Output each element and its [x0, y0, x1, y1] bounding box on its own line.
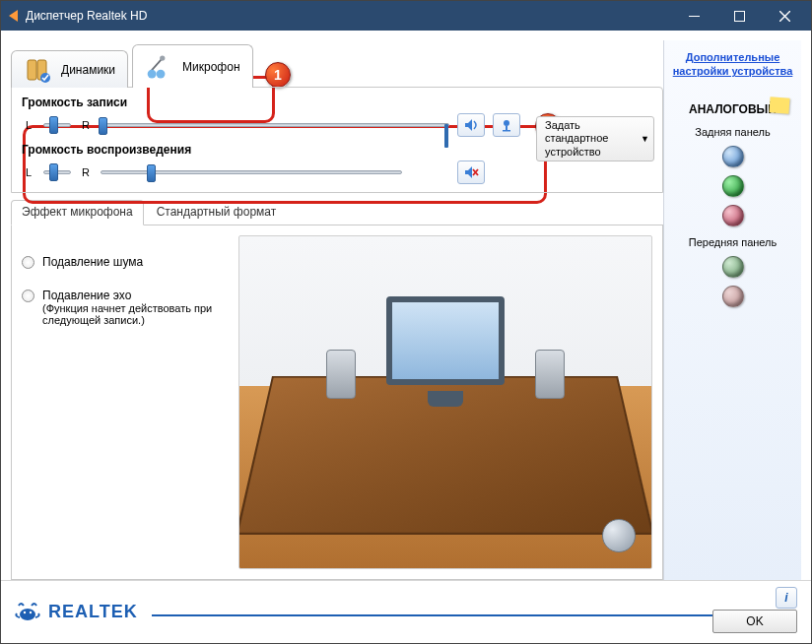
- svg-point-14: [30, 611, 32, 612]
- svg-point-9: [504, 120, 509, 126]
- tab-speakers[interactable]: Динамики: [11, 50, 128, 88]
- radio-icon: [22, 290, 34, 302]
- content-area: Динамики Микрофон: [1, 31, 811, 580]
- info-button[interactable]: i: [776, 587, 797, 609]
- record-volume-label: Громкость записи: [22, 96, 526, 109]
- subtab-default-format[interactable]: Стандартный формат: [146, 200, 288, 225]
- echo-cancellation-label: Подавление эхо (Функция начнет действова…: [42, 289, 229, 326]
- realtek-crab-icon: [15, 600, 40, 625]
- playback-mute-button[interactable]: [457, 161, 485, 184]
- device-illustration: [238, 235, 652, 569]
- right-channel-label: R: [79, 119, 93, 131]
- record-slider-track[interactable]: [101, 123, 449, 127]
- radio-noise-suppression[interactable]: Подавление шума: [22, 255, 229, 269]
- port-back-blue[interactable]: [722, 146, 744, 167]
- footer: REALTEK i OK: [1, 580, 811, 643]
- extra-settings-link[interactable]: Дополнительные настройки устройства: [672, 50, 793, 79]
- brand-logo: REALTEK: [15, 600, 138, 625]
- close-button[interactable]: [762, 1, 807, 31]
- playback-volume-slider[interactable]: L R: [20, 159, 526, 186]
- microphone-icon: [145, 53, 176, 81]
- brand-divider: [152, 614, 797, 616]
- record-boost-button[interactable]: [493, 113, 520, 137]
- svg-point-6: [160, 55, 165, 60]
- main-panel: Динамики Микрофон: [11, 40, 663, 580]
- default-device-dropdown[interactable]: Задать стандартное устройство ▼: [536, 116, 654, 161]
- echo-label-note: (Функция начнет действовать при следующе…: [42, 302, 229, 326]
- effects-panel: Подавление шума Подавление эхо (Функция …: [11, 225, 663, 580]
- front-panel-label: Передняя панель: [672, 236, 793, 248]
- subtab-mic-effect[interactable]: Эффект микрофона: [11, 200, 144, 225]
- left-channel-label: L: [22, 119, 35, 131]
- radio-icon: [22, 256, 34, 269]
- playback-volume-label: Громкость воспроизведения: [22, 143, 526, 157]
- default-device-label: Задать стандартное устройство: [545, 119, 637, 159]
- sticky-note-icon: [769, 97, 789, 113]
- effect-options: Подавление шума Подавление эхо (Функция …: [22, 235, 229, 569]
- app-window: Диспетчер Realtek HD: [0, 0, 812, 644]
- svg-rect-2: [28, 60, 36, 80]
- mic-ball-icon: [602, 519, 636, 552]
- titlebar: Диспетчер Realtek HD: [1, 1, 811, 31]
- right-channel-label-2: R: [79, 166, 93, 178]
- record-slider-thumb[interactable]: [99, 117, 107, 135]
- echo-label-text: Подавление эхо: [42, 289, 229, 302]
- radio-echo-cancellation[interactable]: Подавление эхо (Функция начнет действова…: [22, 289, 229, 326]
- minimize-button[interactable]: [671, 1, 716, 31]
- speakers-icon: [24, 56, 55, 84]
- svg-point-13: [24, 611, 26, 612]
- device-tabs: Динамики Микрофон: [11, 40, 663, 88]
- tab-microphone[interactable]: Микрофон: [132, 44, 252, 88]
- svg-rect-11: [503, 130, 510, 132]
- back-panel-label: Задняя панель: [672, 126, 793, 138]
- svg-rect-1: [734, 11, 744, 21]
- svg-rect-0: [689, 16, 700, 17]
- tab-microphone-label: Микрофон: [182, 60, 239, 74]
- svg-point-7: [148, 69, 157, 78]
- tab-speakers-label: Динамики: [61, 63, 115, 77]
- svg-rect-10: [506, 126, 508, 130]
- sidebar: Дополнительные настройки устройства АНАЛ…: [663, 40, 801, 580]
- window-controls: [671, 1, 807, 31]
- chevron-down-icon: ▼: [641, 134, 649, 145]
- port-front-green[interactable]: [722, 256, 744, 278]
- record-volume-slider[interactable]: L R: [20, 111, 526, 139]
- port-back-pink[interactable]: [722, 205, 744, 226]
- noise-suppression-label: Подавление шума: [42, 255, 143, 269]
- ok-button[interactable]: OK: [712, 610, 797, 633]
- app-icon: [9, 10, 18, 22]
- maximize-button[interactable]: [716, 1, 762, 31]
- left-channel-label-2: L: [22, 166, 35, 178]
- playback-slider-track[interactable]: [101, 170, 402, 174]
- port-back-green[interactable]: [722, 175, 744, 197]
- ok-button-label: OK: [746, 614, 763, 628]
- record-mute-button[interactable]: [457, 113, 485, 137]
- port-front-pink[interactable]: [722, 286, 744, 307]
- svg-point-12: [20, 609, 35, 620]
- window-title: Диспетчер Realtek HD: [26, 9, 671, 23]
- brand-text: REALTEK: [48, 602, 138, 622]
- playback-slider-thumb[interactable]: [147, 164, 156, 182]
- svg-point-8: [157, 69, 166, 78]
- sub-tabs: Эффект микрофона Стандартный формат: [11, 199, 663, 225]
